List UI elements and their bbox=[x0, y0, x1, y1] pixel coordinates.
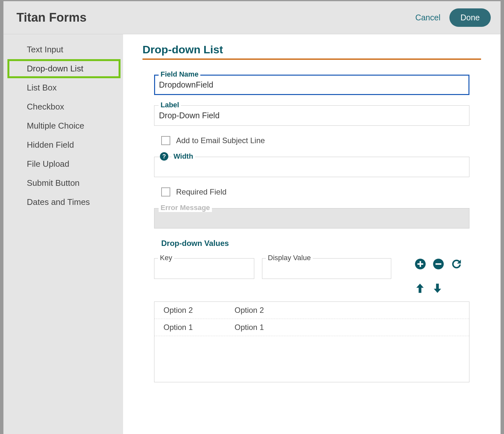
help-icon[interactable]: ? bbox=[160, 152, 168, 161]
required-field-checkbox[interactable] bbox=[161, 187, 170, 196]
options-table: Option 2 Option 2 Option 1 Option 1 bbox=[154, 302, 469, 382]
display-value-legend: Display Value bbox=[266, 254, 313, 262]
option-row[interactable]: Option 1 Option 1 bbox=[154, 319, 469, 336]
option-key: Option 1 bbox=[163, 323, 235, 332]
sidebar-item-text-input[interactable]: Text Input bbox=[4, 40, 123, 59]
add-email-subject-label: Add to Email Subject Line bbox=[176, 136, 265, 145]
modal-body: Text Input Drop-down List List Box Check… bbox=[4, 34, 500, 434]
key-legend: Key bbox=[158, 254, 174, 262]
cancel-button[interactable]: Cancel bbox=[415, 13, 440, 22]
display-value-field-block: Display Value bbox=[262, 258, 391, 279]
app-title: Titan Forms bbox=[16, 11, 87, 25]
reset-options-icon[interactable] bbox=[451, 258, 462, 270]
sidebar-item-drop-down-list[interactable]: Drop-down List bbox=[7, 59, 121, 78]
sidebar-item-dates-and-times[interactable]: Dates and Times bbox=[4, 193, 123, 212]
required-field-row: Required Field bbox=[161, 187, 469, 196]
header-actions: Cancel Done bbox=[415, 8, 491, 27]
width-input[interactable] bbox=[154, 157, 469, 177]
sidebar-item-multiple-choice[interactable]: Multiple Choice bbox=[4, 116, 123, 135]
option-row[interactable]: Option 2 Option 2 bbox=[154, 302, 469, 319]
sidebar-item-submit-button[interactable]: Submit Button bbox=[4, 174, 123, 193]
field-name-input[interactable] bbox=[154, 75, 469, 95]
modal: Titan Forms Cancel Done Text Input Drop-… bbox=[3, 1, 501, 434]
svg-rect-2 bbox=[417, 263, 423, 265]
move-up-icon[interactable] bbox=[415, 283, 425, 294]
option-key: Option 2 bbox=[163, 306, 235, 315]
key-field-block: Key bbox=[154, 258, 254, 279]
dropdown-values-title: Drop-down Values bbox=[161, 239, 469, 248]
svg-rect-4 bbox=[436, 263, 441, 265]
sidebar-item-file-upload[interactable]: File Upload bbox=[4, 154, 123, 174]
main-panel: Drop-down List Field Name Label Add to E… bbox=[123, 34, 500, 434]
add-email-subject-checkbox[interactable] bbox=[161, 136, 170, 145]
sidebar-item-list-box[interactable]: List Box bbox=[4, 78, 123, 97]
sidebar: Text Input Drop-down List List Box Check… bbox=[4, 34, 123, 434]
width-legend: Width bbox=[172, 152, 195, 161]
option-controls bbox=[415, 258, 462, 294]
option-controls-row1 bbox=[415, 258, 462, 270]
option-display: Option 1 bbox=[235, 323, 264, 332]
option-display: Option 2 bbox=[235, 306, 264, 315]
page-title: Drop-down List bbox=[142, 43, 481, 60]
field-name-legend: Field Name bbox=[159, 70, 200, 79]
sidebar-item-checkbox[interactable]: Checkbox bbox=[4, 97, 123, 116]
remove-option-icon[interactable] bbox=[433, 258, 444, 270]
width-block: ? Width bbox=[154, 157, 469, 177]
add-option-icon[interactable] bbox=[415, 258, 426, 270]
done-button[interactable]: Done bbox=[449, 8, 491, 27]
label-input[interactable] bbox=[154, 105, 469, 126]
add-email-subject-row: Add to Email Subject Line bbox=[161, 136, 469, 145]
modal-header: Titan Forms Cancel Done bbox=[4, 1, 500, 34]
move-down-icon[interactable] bbox=[432, 283, 443, 294]
error-message-legend: Error Message bbox=[159, 204, 212, 212]
field-name-block: Field Name bbox=[154, 75, 469, 95]
label-legend: Label bbox=[159, 101, 181, 109]
required-field-label: Required Field bbox=[176, 187, 226, 196]
sidebar-item-hidden-field[interactable]: Hidden Field bbox=[4, 135, 123, 154]
error-message-block: Error Message bbox=[154, 208, 469, 228]
option-controls-row2 bbox=[415, 283, 462, 294]
label-block: Label bbox=[154, 105, 469, 126]
key-value-row: Key Display Value bbox=[154, 258, 469, 294]
